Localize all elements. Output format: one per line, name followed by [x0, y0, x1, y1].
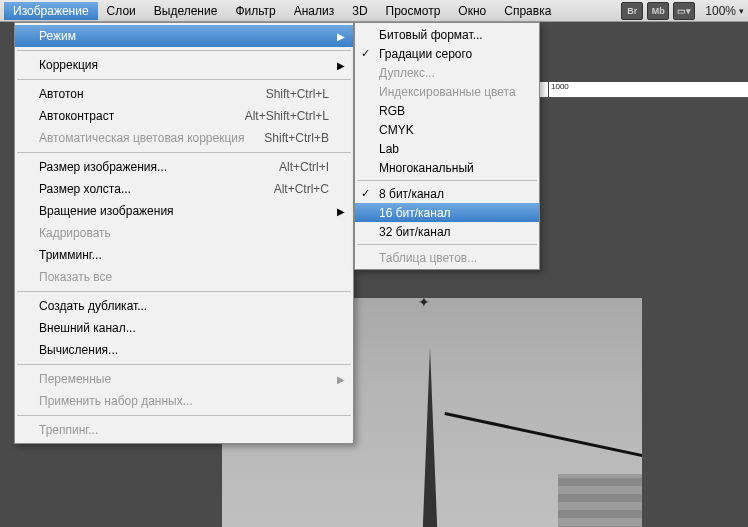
menu-item-label: Треппинг...	[39, 423, 329, 437]
menu-item-autocolor: Автоматическая цветовая коррекцияShift+C…	[15, 127, 353, 149]
menu-item-label: Переменные	[39, 372, 329, 386]
checkmark-icon: ✓	[361, 47, 370, 60]
menu-filter[interactable]: Фильтр	[226, 2, 284, 20]
menu-item-label: Многоканальный	[379, 161, 474, 175]
menu-item-trim[interactable]: Тримминг...	[15, 244, 353, 266]
mode-item-8bit[interactable]: ✓8 бит/канал	[355, 184, 539, 203]
mode-item-rgb[interactable]: RGB	[355, 101, 539, 120]
menu-item-label: Градации серого	[379, 47, 472, 61]
menu-item-rotation[interactable]: Вращение изображения▶	[15, 200, 353, 222]
menu-item-label: Вычисления...	[39, 343, 329, 357]
menu-item-label: 8 бит/канал	[379, 187, 444, 201]
menu-item-mode[interactable]: Режим▶	[15, 25, 353, 47]
menu-item-variables: Переменные▶	[15, 368, 353, 390]
chevron-down-icon: ▾	[739, 6, 744, 16]
menu-item-label: Режим	[39, 29, 329, 43]
image-content-spire	[422, 348, 438, 527]
menu-item-label: Вращение изображения	[39, 204, 329, 218]
mode-item-duotone: Дуплекс...	[355, 63, 539, 82]
mode-item-bitmap[interactable]: Битовый формат...	[355, 25, 539, 44]
ruler-tick: 1000	[548, 82, 569, 97]
menu-item-label: Битовый формат...	[379, 28, 483, 42]
menu-item-label: Применить набор данных...	[39, 394, 329, 408]
zoom-value: 100%	[705, 4, 736, 18]
menu-3d[interactable]: 3D	[343, 2, 376, 20]
menu-item-label: Кадрировать	[39, 226, 329, 240]
bridge-button[interactable]: Br	[621, 2, 643, 20]
menu-shortcut: Alt+Ctrl+I	[279, 160, 329, 174]
menu-window[interactable]: Окно	[449, 2, 495, 20]
mode-submenu: Битовый формат... ✓Градации серого Дупле…	[354, 22, 540, 270]
menu-item-imagesize[interactable]: Размер изображения...Alt+Ctrl+I	[15, 156, 353, 178]
zoom-level[interactable]: 100%▾	[705, 4, 744, 18]
submenu-arrow-icon: ▶	[337, 31, 345, 42]
menu-item-label: Показать все	[39, 270, 329, 284]
menu-item-label: CMYK	[379, 123, 414, 137]
mode-item-indexed: Индексированные цвета	[355, 82, 539, 101]
menu-analysis[interactable]: Анализ	[285, 2, 344, 20]
menu-item-label: Автотон	[39, 87, 266, 101]
mode-item-cmyk[interactable]: CMYK	[355, 120, 539, 139]
mode-item-multichannel[interactable]: Многоканальный	[355, 158, 539, 177]
menu-item-label: Lab	[379, 142, 399, 156]
menu-item-label: RGB	[379, 104, 405, 118]
menu-item-crop: Кадрировать	[15, 222, 353, 244]
menu-item-autocontrast[interactable]: АвтоконтрастAlt+Shift+Ctrl+L	[15, 105, 353, 127]
menu-item-revealall: Показать все	[15, 266, 353, 288]
image-menu-dropdown: Режим▶ Коррекция▶ АвтотонShift+Ctrl+L Ав…	[14, 22, 354, 444]
menu-item-correction[interactable]: Коррекция▶	[15, 54, 353, 76]
menu-item-duplicate[interactable]: Создать дубликат...	[15, 295, 353, 317]
menu-item-calculations[interactable]: Вычисления...	[15, 339, 353, 361]
image-content-cross: ✦	[418, 298, 430, 310]
submenu-arrow-icon: ▶	[337, 206, 345, 217]
mode-item-16bit[interactable]: 16 бит/канал	[355, 203, 539, 222]
menu-item-label: 32 бит/канал	[379, 225, 451, 239]
menu-item-applydataset: Применить набор данных...	[15, 390, 353, 412]
menu-item-label: 16 бит/канал	[379, 206, 451, 220]
menu-help[interactable]: Справка	[495, 2, 560, 20]
menu-item-label: Внешний канал...	[39, 321, 329, 335]
minibridge-button[interactable]: Mb	[647, 2, 669, 20]
mode-item-lab[interactable]: Lab	[355, 139, 539, 158]
menu-item-label: Коррекция	[39, 58, 329, 72]
menu-item-autotone[interactable]: АвтотонShift+Ctrl+L	[15, 83, 353, 105]
menu-item-canvassize[interactable]: Размер холста...Alt+Ctrl+C	[15, 178, 353, 200]
menu-select[interactable]: Выделение	[145, 2, 227, 20]
menu-view[interactable]: Просмотр	[377, 2, 450, 20]
submenu-arrow-icon: ▶	[337, 60, 345, 71]
menu-shortcut: Alt+Ctrl+C	[274, 182, 329, 196]
annotation-arrow	[444, 412, 642, 467]
checkmark-icon: ✓	[361, 187, 370, 200]
mode-item-32bit[interactable]: 32 бит/канал	[355, 222, 539, 241]
menu-image[interactable]: Изображение	[4, 2, 98, 20]
menu-item-label: Автоматическая цветовая коррекция	[39, 131, 264, 145]
chevron-down-icon: ▾	[686, 6, 691, 16]
menu-layers[interactable]: Слои	[98, 2, 145, 20]
menu-item-label: Создать дубликат...	[39, 299, 329, 313]
image-pixelated-region	[558, 474, 642, 527]
menu-item-label: Таблица цветов...	[379, 251, 477, 265]
submenu-arrow-icon: ▶	[337, 374, 345, 385]
menu-shortcut: Shift+Ctrl+L	[266, 87, 329, 101]
mode-item-grayscale[interactable]: ✓Градации серого	[355, 44, 539, 63]
menu-item-trap: Треппинг...	[15, 419, 353, 441]
menu-item-applyimage[interactable]: Внешний канал...	[15, 317, 353, 339]
menubar: Изображение Слои Выделение Фильтр Анализ…	[0, 0, 748, 22]
menu-item-label: Тримминг...	[39, 248, 329, 262]
film-icon: ▭	[677, 6, 686, 16]
menu-shortcut: Alt+Shift+Ctrl+L	[245, 109, 329, 123]
screenmode-button[interactable]: ▭▾	[673, 2, 695, 20]
menu-item-label: Размер изображения...	[39, 160, 279, 174]
menu-item-label: Дуплекс...	[379, 66, 435, 80]
menu-item-label: Автоконтраст	[39, 109, 245, 123]
menu-shortcut: Shift+Ctrl+B	[264, 131, 329, 145]
mode-item-colortable: Таблица цветов...	[355, 248, 539, 267]
menu-item-label: Размер холста...	[39, 182, 274, 196]
menu-item-label: Индексированные цвета	[379, 85, 516, 99]
